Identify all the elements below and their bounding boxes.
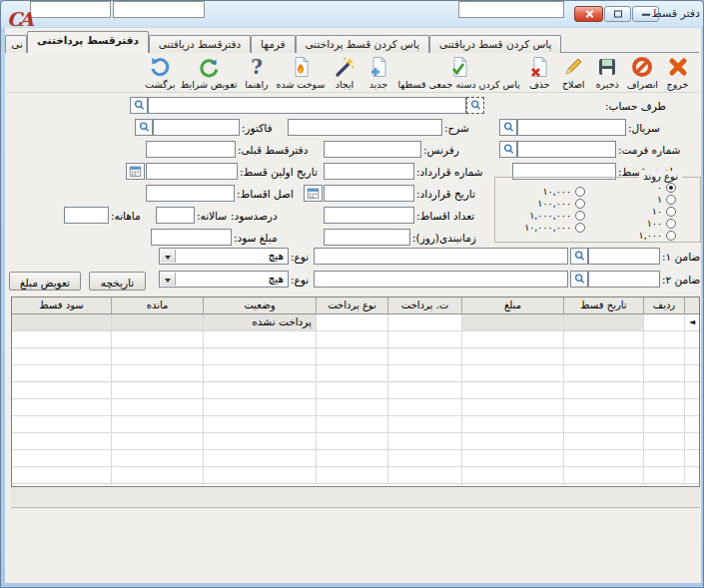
rounding-option[interactable]: ۱ [657, 194, 676, 205]
row-selector-cell[interactable] [684, 416, 699, 433]
grid-cell[interactable] [316, 382, 387, 399]
grid-cell[interactable] [203, 399, 316, 416]
toolbar-exit-button[interactable]: خروج [661, 55, 694, 90]
grid-empty-row[interactable] [12, 382, 699, 399]
grid-cell[interactable] [203, 467, 316, 484]
grid-cell[interactable] [643, 450, 684, 467]
maximize-button[interactable] [604, 6, 631, 22]
row-selector-cell[interactable] [684, 399, 699, 416]
grid-cell[interactable] [643, 314, 684, 331]
grid-cell[interactable] [316, 433, 387, 450]
grid-empty-row[interactable] [12, 450, 699, 467]
grid-cell[interactable] [461, 348, 563, 365]
guarantor2-search-button[interactable] [570, 271, 588, 288]
grid-cell[interactable] [316, 331, 387, 348]
radio-icon[interactable] [575, 211, 585, 221]
grid-cell[interactable] [461, 365, 563, 382]
grid-cell[interactable] [563, 382, 643, 399]
grid-cell[interactable] [461, 399, 563, 416]
grid-cell[interactable] [11, 365, 111, 382]
row-selector-cell[interactable] [684, 348, 699, 365]
radio-icon[interactable] [575, 223, 585, 233]
row-selector-cell[interactable] [684, 433, 699, 450]
monthly-interest-input[interactable] [64, 207, 109, 224]
column-header-3[interactable]: ت. پرداخت [387, 297, 461, 314]
grid-cell[interactable] [316, 416, 387, 433]
rounding-option[interactable]: ۱۰,۰۰۰,۰۰۰ [524, 222, 585, 233]
schedule-days-input[interactable] [324, 229, 410, 246]
grid-cell[interactable] [643, 382, 684, 399]
grid-cell[interactable] [11, 382, 111, 399]
grid-cell[interactable] [461, 416, 563, 433]
grid-cell[interactable] [387, 416, 461, 433]
rounding-option[interactable]: ۱,۰۰۰,۰۰۰ [529, 210, 585, 221]
grid-cell[interactable] [643, 416, 684, 433]
grid-cell[interactable] [316, 467, 387, 484]
column-header-4[interactable]: نوع پرداخت [316, 297, 387, 314]
guarantor2-type-combobox[interactable]: هیچ [159, 271, 289, 288]
radio-icon[interactable] [666, 195, 676, 205]
toolbar-return-button[interactable]: برگشت [143, 55, 177, 90]
contract-date-calendar-button[interactable] [304, 185, 323, 202]
row-selector-cell[interactable] [684, 382, 699, 399]
column-header-2[interactable]: مبلغ [461, 297, 563, 314]
rounding-option[interactable]: ۰ [657, 182, 676, 193]
account-search-button[interactable] [130, 97, 148, 114]
contract-date-input[interactable] [324, 185, 414, 202]
tab-1[interactable]: دفترقسط پرداختنی [27, 31, 149, 53]
grid-empty-row[interactable] [12, 399, 699, 416]
grid-cell[interactable] [11, 467, 111, 484]
grid-cell[interactable] [387, 382, 461, 399]
row-selector-cell[interactable] [684, 331, 699, 348]
toolbar-create-button[interactable]: ایجاد [328, 55, 360, 90]
grid-cell[interactable] [643, 433, 684, 450]
grid-cell[interactable] [461, 382, 563, 399]
grid-cell[interactable] [461, 450, 563, 467]
grid-cell[interactable] [316, 314, 387, 331]
guarantor2-code-input[interactable] [588, 271, 660, 288]
toolbar-help-button[interactable]: ? راهنما [240, 55, 273, 90]
reference-input[interactable] [324, 141, 421, 158]
tab-5[interactable]: پاس کردن قسط دریافتنی [429, 35, 561, 53]
grid-cell[interactable] [643, 399, 684, 416]
grid-cell[interactable] [11, 348, 111, 365]
profit-amount-input[interactable] [151, 229, 232, 246]
grid-cell[interactable] [461, 467, 563, 484]
grid-cell[interactable] [563, 331, 643, 348]
rounding-option[interactable]: ۱۰۰ [647, 218, 676, 229]
grid-cell[interactable] [387, 399, 461, 416]
grid-cell[interactable] [111, 450, 203, 467]
grid-cell[interactable] [111, 399, 203, 416]
guarantor1-type-combobox[interactable]: هیچ [159, 248, 289, 265]
invoice-input[interactable] [153, 119, 240, 136]
principal-input[interactable] [146, 185, 235, 202]
grid-cell[interactable] [111, 348, 203, 365]
grid-cell[interactable] [387, 331, 461, 348]
grid-cell[interactable] [387, 467, 461, 484]
grid-cell[interactable] [316, 399, 387, 416]
chevron-down-icon[interactable] [161, 273, 176, 286]
grid-cell[interactable] [111, 365, 203, 382]
grid-empty-row[interactable] [12, 348, 699, 365]
grid-cell[interactable] [11, 416, 111, 433]
grid-empty-row[interactable] [12, 433, 699, 450]
rounding-option[interactable]: ۱۰۰,۰۰۰ [537, 198, 585, 209]
guarantor1-search-button[interactable] [570, 248, 588, 265]
rounding-option[interactable]: ۱,۰۰۰ [639, 230, 676, 241]
grid-cell[interactable] [111, 331, 203, 348]
toolbar-edit-button[interactable]: اصلاح [557, 55, 590, 90]
grid-cell[interactable] [387, 433, 461, 450]
chevron-down-icon[interactable] [161, 250, 176, 263]
grid-cell[interactable] [563, 416, 643, 433]
grid-cell[interactable] [111, 382, 203, 399]
radio-icon[interactable] [575, 199, 585, 209]
grid-cell[interactable] [387, 450, 461, 467]
grid-cell[interactable] [203, 331, 316, 348]
close-button[interactable] [574, 6, 603, 22]
description-input[interactable] [288, 119, 442, 136]
account-select-button[interactable] [466, 97, 484, 114]
rounding-option[interactable]: ۱۰,۰۰۰ [542, 186, 585, 197]
tab-4[interactable]: پاس کردن قسط پرداختنی [296, 35, 429, 53]
toolbar-cancel-button[interactable]: انصراف [625, 55, 660, 90]
grid-cell[interactable] [563, 365, 643, 382]
